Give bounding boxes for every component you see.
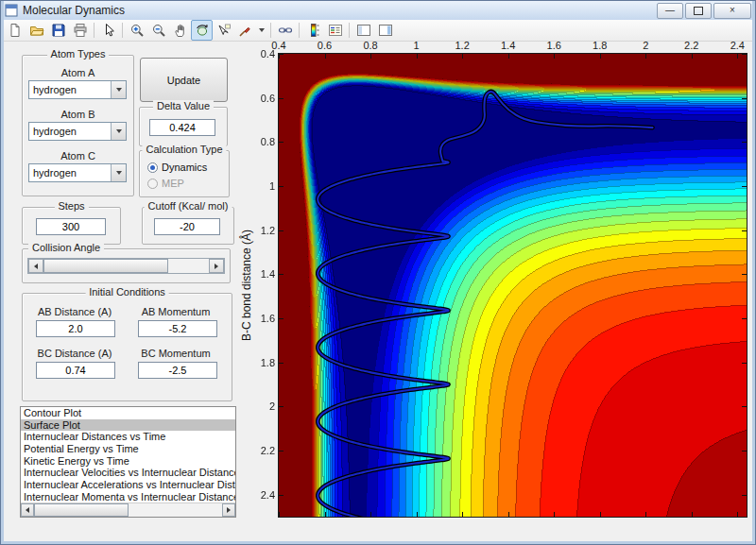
atom-a-dropdown[interactable]: hydrogen [28, 80, 127, 99]
toolbar-show-plot-tools-button[interactable] [374, 20, 396, 41]
scrollbar-left-arrow-button[interactable] [21, 503, 34, 517]
update-button[interactable]: Update [140, 58, 228, 102]
y-tick-mark [742, 318, 747, 319]
brush-dropdown-button[interactable] [256, 20, 267, 41]
toolbar-link-plot-button[interactable] [274, 20, 296, 41]
group-title: Delta Value [153, 100, 214, 111]
toolbar-separator [349, 23, 350, 38]
toolbar-brush-data-button[interactable] [234, 20, 256, 41]
slider-left-arrow-button[interactable] [28, 259, 43, 273]
x-tick-mark [600, 512, 601, 517]
x-tick-mark [417, 512, 418, 517]
atom-c-label: Atom C [23, 150, 133, 162]
arrow-left-icon [34, 264, 38, 269]
ab-momentum-input[interactable] [138, 320, 217, 337]
toolbar-save-figure-button[interactable] [47, 20, 69, 41]
scrollbar-right-arrow-button[interactable] [222, 503, 235, 517]
y-tick-mark [742, 54, 747, 55]
y-tick-label: 2 [269, 400, 275, 412]
x-tick-mark [600, 54, 601, 59]
toolbar [1, 20, 755, 42]
contour-plot-canvas[interactable] [279, 54, 747, 517]
collision-angle-slider[interactable] [27, 258, 225, 274]
title-bar[interactable]: Molecular Dynamics — × [1, 1, 755, 21]
list-item[interactable]: Potential Energy vs Time [21, 443, 235, 455]
atom-b-value: hydrogen [33, 126, 77, 137]
slider-thumb[interactable] [43, 259, 168, 273]
cutoff-input[interactable] [154, 218, 220, 235]
list-item[interactable]: Surface Plot [21, 419, 235, 432]
scrollbar-thumb[interactable] [34, 503, 129, 517]
list-item[interactable]: Internuclear Distances vs Time [21, 431, 235, 443]
dropdown-arrow-icon [111, 123, 126, 140]
close-button[interactable]: × [713, 3, 751, 19]
list-item[interactable]: Internuclear Accelerations vs Internucle… [21, 479, 235, 491]
y-tick-mark [742, 186, 747, 187]
toolbar-zoom-in-button[interactable] [126, 20, 147, 41]
y-tick-mark [742, 363, 747, 364]
plot-area: B-C bond distance (Å) 0.40.60.811.21.41.… [278, 53, 747, 518]
y-tick-mark [279, 363, 284, 364]
group-title: Steps [54, 200, 88, 212]
group-title: Initial Conditions [85, 286, 169, 298]
minimize-button[interactable]: — [657, 3, 683, 19]
toolbar-insert-colorbar-button[interactable] [302, 20, 324, 41]
x-tick-mark [508, 512, 509, 517]
x-tick-mark [508, 54, 509, 59]
toolbar-pan-button[interactable] [169, 20, 191, 41]
data-cursor-icon [216, 23, 232, 38]
list-item[interactable]: Internuclear Momenta vs Internuclear Dis… [21, 491, 235, 503]
toolbar-edit-pointer-button[interactable] [97, 20, 119, 41]
maximize-icon [694, 7, 703, 15]
atom-b-dropdown[interactable]: hydrogen [28, 122, 127, 141]
ab-distance-input[interactable] [36, 320, 115, 337]
x-tick-mark [737, 512, 738, 517]
list-item[interactable]: Contour Plot [21, 407, 235, 419]
toolbar-rotate-3d-button[interactable] [191, 20, 213, 41]
maximize-button[interactable] [685, 3, 712, 19]
bc-momentum-input[interactable] [138, 362, 217, 379]
y-tick-mark [279, 54, 284, 55]
list-item[interactable]: Kinetic Energy vs Time [21, 455, 235, 468]
link-plot-icon [278, 23, 293, 38]
x-tick-mark [645, 54, 646, 59]
steps-input[interactable] [36, 218, 106, 235]
y-tick-mark [742, 451, 747, 451]
listbox-horizontal-scrollbar[interactable] [21, 502, 235, 517]
toolbar-print-figure-button[interactable] [69, 20, 91, 41]
y-tick-mark [742, 495, 747, 496]
zoom-in-icon [129, 23, 145, 38]
group-collision-angle: Collision Angle [22, 248, 231, 283]
y-tick-label: 1.8 [261, 357, 275, 368]
save-icon [51, 23, 66, 38]
toolbar-zoom-out-button[interactable] [147, 20, 169, 41]
list-item[interactable]: Internuclear Velocities vs Internuclear … [21, 467, 235, 479]
radio-mep[interactable]: MEP [147, 178, 184, 189]
y-tick-label: 0.6 [261, 93, 275, 104]
y-tick-mark [279, 318, 284, 319]
toolbar-insert-legend-button[interactable] [324, 20, 346, 41]
slider-right-arrow-button[interactable] [209, 259, 224, 273]
bc-distance-input[interactable] [36, 362, 115, 379]
group-title: Calculation Type [142, 144, 226, 155]
y-tick-mark [742, 274, 747, 275]
arrow-right-icon [227, 507, 231, 513]
x-tick-mark [417, 54, 418, 59]
plot-type-listbox[interactable]: Contour PlotSurface PlotInternuclear Dis… [20, 406, 236, 518]
toolbar-data-cursor-button[interactable] [213, 20, 234, 41]
toolbar-hide-plot-tools-button[interactable] [352, 20, 374, 41]
colorbar-icon [306, 23, 321, 38]
x-tick-mark [462, 512, 463, 517]
delta-value-input[interactable] [149, 119, 215, 136]
hide-plot-tools-icon [356, 23, 371, 38]
x-tick-mark [554, 512, 555, 517]
arrow-left-icon [26, 507, 29, 513]
toolbar-new-figure-button[interactable] [4, 20, 26, 41]
radio-dynamics[interactable]: Dynamics [147, 162, 207, 173]
show-plot-tools-icon [378, 23, 393, 38]
x-tick-mark [645, 512, 646, 517]
radio-mep-label: MEP [162, 178, 184, 189]
toolbar-open-file-button[interactable] [26, 20, 47, 41]
atom-c-dropdown[interactable]: hydrogen [28, 163, 127, 182]
y-tick-mark [279, 142, 284, 143]
